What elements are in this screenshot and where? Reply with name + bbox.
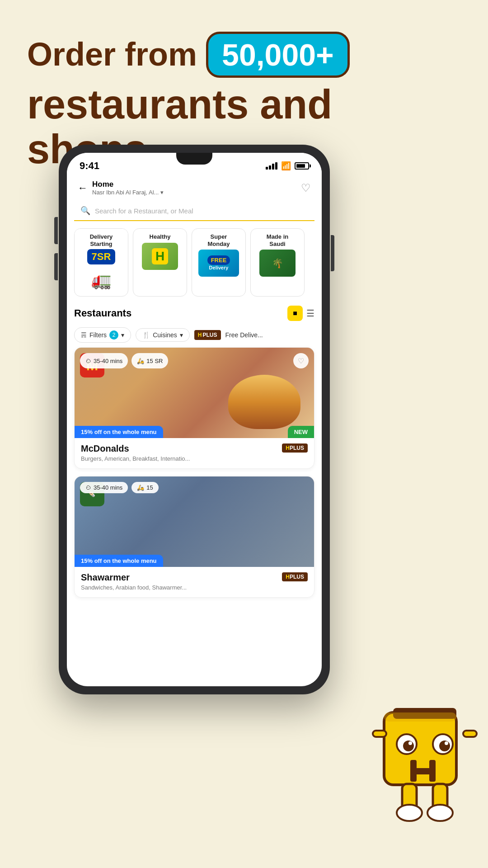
made-in-saudi-image: 🌴 <box>251 247 304 279</box>
mascot-character <box>371 694 479 841</box>
mcdonalds-info: McDonalds Burgers, American, Breakfast, … <box>75 438 314 468</box>
made-in-saudi-title: Made in Saudi <box>255 233 300 247</box>
category-super-monday[interactable]: Super Monday FREE Delivery <box>192 228 246 297</box>
mcdonalds-badge-row: ⏲ 35-40 mins 🛵 15 SR ♡ <box>75 353 314 368</box>
mcdonalds-fee-badge: 🛵 15 SR <box>131 353 168 368</box>
svg-rect-11 <box>384 712 456 722</box>
delivery-price: 7SR <box>92 251 111 262</box>
hero-order-from-text: Order from <box>27 37 197 72</box>
delivery-label: Delivery <box>207 265 230 271</box>
svg-point-3 <box>403 741 414 751</box>
restaurants-title: Restaurants <box>74 307 131 319</box>
delivery-car-icon: 🚛 <box>91 271 112 290</box>
cuisines-label: Cuisines <box>153 331 177 339</box>
search-placeholder: Search for a Restaurant, or Meal <box>95 207 193 215</box>
shawarmer-hplus-badge: HPLUS <box>282 572 308 581</box>
shawarmer-discount-banner: 15% off on the whole menu <box>75 555 163 567</box>
hero-count-text: 50,000+ <box>222 38 334 72</box>
shawarmer-image: 🌯 ⏲ 35-40 mins 🛵 15 <box>75 476 314 567</box>
search-bar[interactable]: 🔍 Search for a Restaurant, or Meal <box>74 201 314 221</box>
status-icons: 📶 <box>266 161 309 171</box>
mcdonalds-discount-banner: 15% off on the whole menu <box>75 426 163 438</box>
category-made-in-saudi[interactable]: Made in Saudi 🌴 <box>250 228 305 297</box>
categories-row: Delivery Starting 7SR 🚛 Healthy <box>67 226 322 302</box>
app-header: ← Home Nasr Ibn Abi Al Faraj, Al... ▾ ♡ <box>67 175 322 198</box>
view-toggle: ■ ☰ <box>287 306 314 321</box>
svg-point-5 <box>408 741 412 745</box>
free-delivery-filter[interactable]: Free Delive... <box>225 331 263 339</box>
restaurants-section-header: Restaurants ■ ☰ <box>67 302 322 326</box>
battery-icon <box>295 162 309 170</box>
hero-count-badge: 50,000+ <box>206 32 350 78</box>
shawarmer-info: Shawarmer Sandwiches, Arabian food, Shaw… <box>75 567 314 597</box>
phone-notch <box>176 153 212 165</box>
mcdonalds-tags: Burgers, American, Breakfast, Internatio… <box>81 455 190 462</box>
healthy-image: H <box>133 241 187 272</box>
hplus-plus-text: PLUS <box>203 332 217 338</box>
mcdonalds-hplus-badge: HPLUS <box>282 443 308 453</box>
shawarmer-tags: Sandwiches, Arabian food, Shawarmer... <box>81 584 187 591</box>
delivery-price-badge: 7SR <box>87 249 116 264</box>
mcdonalds-image: M ⏲ 35-40 mins 🛵 15 SR <box>75 348 314 438</box>
shawarmer-name: Shawarmer <box>81 572 187 583</box>
location-title: Home <box>92 180 164 189</box>
signal-icon <box>266 162 277 170</box>
healthy-title: Healthy <box>138 233 182 241</box>
restaurant-card-shawarmer[interactable]: 🌯 ⏲ 35-40 mins 🛵 15 <box>74 476 314 598</box>
clock-icon: ⏲ <box>85 358 91 364</box>
grid-view-button[interactable]: ■ <box>287 306 303 321</box>
filters-chevron-icon: ▾ <box>121 331 124 339</box>
location-info: Home Nasr Ibn Abi Al Faraj, Al... ▾ <box>92 180 164 196</box>
filter-icon: ☴ <box>81 331 87 339</box>
hplus-h-letter: H <box>198 332 202 338</box>
filters-count-badge: 2 <box>109 330 118 340</box>
favorites-icon[interactable]: ♡ <box>301 182 311 194</box>
restaurant-card-mcdonalds[interactable]: M ⏲ 35-40 mins 🛵 15 SR <box>74 347 314 469</box>
svg-point-14 <box>397 805 422 821</box>
delivery-image: 🚛 <box>75 264 128 296</box>
super-monday-badge: FREE Delivery <box>198 250 239 277</box>
mcdonalds-new-badge: NEW <box>288 426 314 438</box>
shawarmer-fee-badge: 🛵 15 <box>131 482 158 493</box>
category-healthy[interactable]: Healthy H <box>133 228 187 297</box>
dropdown-icon: ▾ <box>160 189 164 196</box>
cuisines-chip[interactable]: 🍴 Cuisines ▾ <box>136 328 190 342</box>
list-view-button[interactable]: ☰ <box>306 308 314 319</box>
mcdonalds-time-badge: ⏲ 35-40 mins <box>80 353 128 368</box>
shawarmer-badge-row: ⏲ 35-40 mins 🛵 15 <box>75 482 314 493</box>
healthy-h-badge: H <box>152 248 168 264</box>
saudi-flag-icon: 🌴 <box>259 250 296 277</box>
burger-visual <box>228 375 300 429</box>
volume-up-button <box>54 217 58 244</box>
super-monday-image: FREE Delivery <box>192 247 245 279</box>
svg-rect-9 <box>410 768 436 774</box>
svg-point-15 <box>427 805 453 821</box>
filters-label: Filters <box>89 331 107 339</box>
delivery-starting-title: Delivery Starting <box>79 233 123 247</box>
status-time: 9:41 <box>80 160 99 172</box>
svg-point-4 <box>439 741 450 751</box>
fee-icon: 🛵 <box>137 358 144 364</box>
filters-chip[interactable]: ☴ Filters 2 ▾ <box>74 327 131 343</box>
filter-bar: ☴ Filters 2 ▾ 🍴 Cuisines ▾ H PLUS Free D… <box>67 326 322 347</box>
clock-icon: ⏲ <box>85 484 91 491</box>
shawarmer-time-badge: ⏲ 35-40 mins <box>80 482 128 493</box>
wifi-icon: 📶 <box>281 161 291 171</box>
super-monday-title: Super Monday <box>197 233 241 247</box>
fee-icon: 🛵 <box>137 484 144 491</box>
hplus-filter-badge[interactable]: H PLUS <box>194 330 221 340</box>
phone-mockup: 9:41 📶 ← <box>59 145 330 694</box>
search-icon: 🔍 <box>80 206 90 216</box>
category-delivery-starting[interactable]: Delivery Starting 7SR 🚛 <box>74 228 128 297</box>
cuisines-icon: 🍴 <box>142 331 150 339</box>
volume-down-button <box>54 253 58 280</box>
svg-point-6 <box>445 741 448 745</box>
back-button[interactable]: ← <box>78 182 88 194</box>
mcdonalds-favorite-button[interactable]: ♡ <box>293 353 309 368</box>
svg-rect-16 <box>373 731 386 737</box>
svg-rect-17 <box>463 731 477 737</box>
power-button <box>331 235 334 271</box>
mcdonalds-name: McDonalds <box>81 443 190 454</box>
location-subtitle[interactable]: Nasr Ibn Abi Al Faraj, Al... ▾ <box>92 189 164 196</box>
phone-screen: 9:41 📶 ← <box>67 153 322 686</box>
